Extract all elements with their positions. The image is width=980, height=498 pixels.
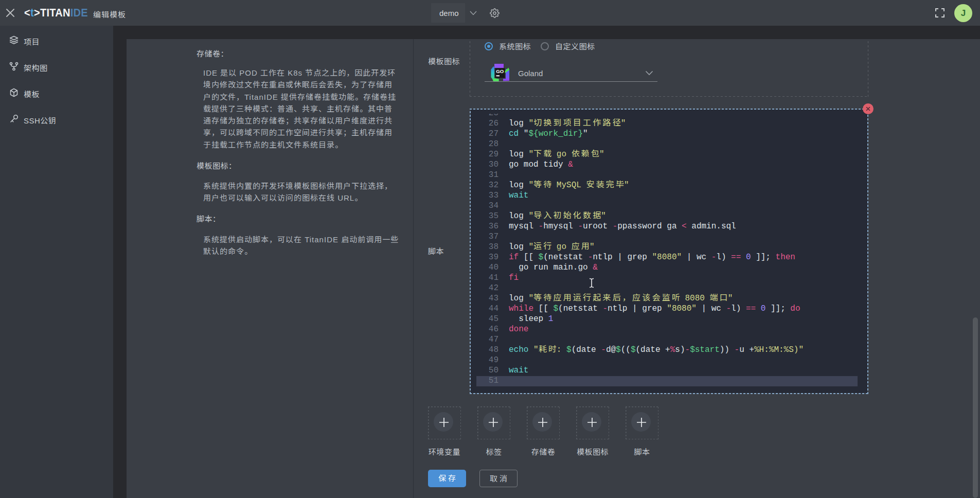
svg-text:GO: GO [496,68,504,74]
